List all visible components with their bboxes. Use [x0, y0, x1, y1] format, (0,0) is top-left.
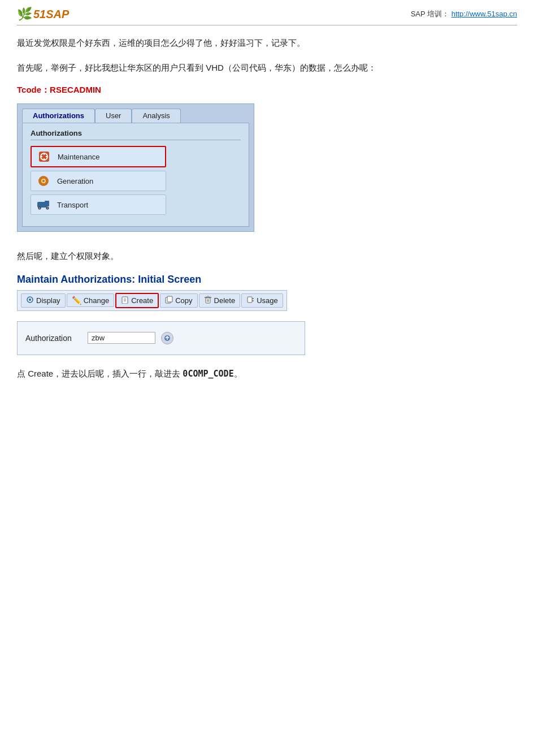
- svg-rect-10: [45, 201, 49, 206]
- maintenance-icon: [37, 150, 51, 163]
- example-paragraph: 首先呢，举例子，好比我想让华东区的用户只看到 VHD（公司代码，华东）的数据，怎…: [17, 61, 517, 75]
- code-text: 0COMP_CODE: [183, 369, 233, 379]
- generation-icon: [37, 174, 50, 188]
- svg-point-16: [29, 299, 31, 301]
- svg-rect-24: [207, 296, 209, 297]
- create-button[interactable]: Create: [115, 293, 159, 308]
- sap-link[interactable]: http://www.51sap.cn: [451, 10, 517, 18]
- auth-input-row: Authorization: [25, 332, 297, 344]
- delete-button[interactable]: Delete: [199, 293, 241, 308]
- auth-search-button[interactable]: [161, 332, 173, 344]
- usage-label: Usage: [257, 296, 278, 305]
- svg-rect-17: [122, 297, 128, 304]
- auth-input-box: Authorization: [17, 321, 305, 355]
- tcode-value: RSECADMIN: [50, 85, 101, 94]
- menu-generation-label: Generation: [57, 177, 93, 185]
- copy-button[interactable]: Copy: [160, 293, 197, 308]
- menu-item-maintenance[interactable]: Maintenance: [31, 146, 166, 167]
- intro-paragraph: 最近发觉权限是个好东西，运维的项目怎么少得了他，好好温习下，记录下。: [17, 36, 517, 50]
- usage-button[interactable]: Usage: [241, 293, 283, 308]
- footer-text: 点 Create，进去以后呢，插入一行，敲进去: [17, 369, 183, 378]
- display-icon: [26, 296, 34, 305]
- svg-rect-27: [248, 297, 252, 303]
- delete-label: Delete: [214, 296, 236, 305]
- svg-point-8: [42, 180, 45, 182]
- svg-point-12: [39, 208, 40, 209]
- create-label: Create: [131, 296, 153, 305]
- transport-icon: [37, 198, 50, 211]
- create-icon: [121, 296, 129, 305]
- change-button[interactable]: ✏️ Change: [67, 293, 115, 307]
- tcode-prefix: Tcode：: [17, 85, 50, 94]
- menu-maintenance-label: Maintenance: [58, 153, 99, 161]
- copy-icon: [165, 296, 173, 305]
- sap-panel: Authorizations User Analysis Authorizati…: [17, 103, 254, 232]
- display-label: Display: [36, 296, 60, 305]
- change-label: Change: [84, 296, 110, 305]
- delete-icon: [204, 296, 212, 305]
- page-wrapper: 🌿 51SAP SAP 培训： http://www.51sap.cn 最近发觉…: [0, 0, 534, 398]
- content-area: 最近发觉权限是个好东西，运维的项目怎么少得了他，好好温习下，记录下。 首先呢，举…: [0, 25, 534, 398]
- tab-user[interactable]: User: [95, 109, 132, 123]
- sap-tabs: Authorizations User Analysis: [22, 109, 249, 123]
- logo-area: 🌿 51SAP: [17, 7, 69, 21]
- header-link-area: SAP 培训： http://www.51sap.cn: [411, 9, 517, 19]
- sap-panel-inner: Authorizations Maintenance: [22, 123, 249, 227]
- usage-icon: [246, 296, 254, 305]
- svg-rect-22: [206, 298, 210, 303]
- footer-paragraph: 点 Create，进去以后呢，插入一行，敲进去 0COMP_CODE。: [17, 366, 517, 382]
- header: 🌿 51SAP SAP 培训： http://www.51sap.cn: [0, 0, 534, 25]
- menu-item-generation[interactable]: Generation: [31, 171, 166, 191]
- tab-analysis[interactable]: Analysis: [132, 109, 180, 123]
- svg-rect-21: [167, 296, 172, 302]
- menu-transport-label: Transport: [57, 201, 88, 209]
- then-paragraph: 然后呢，建立个权限对象。: [17, 249, 517, 263]
- change-icon: ✏️: [72, 296, 81, 305]
- display-button[interactable]: Display: [21, 293, 66, 308]
- section-title: Maintain Authorizations: Initial Screen: [17, 274, 517, 286]
- auth-input[interactable]: [88, 332, 155, 344]
- toolbar: Display ✏️ Change Create: [17, 290, 287, 311]
- svg-point-14: [47, 208, 48, 209]
- logo-leaf-icon: 🌿: [17, 7, 32, 21]
- sap-label: SAP 培训：: [411, 10, 449, 18]
- logo-text: 51SAP: [33, 8, 69, 21]
- tcode-label: Tcode：RSECADMIN: [17, 85, 517, 96]
- copy-label: Copy: [175, 296, 192, 305]
- menu-item-transport[interactable]: Transport: [31, 195, 166, 215]
- auth-label: Authorization: [25, 334, 82, 343]
- footer-end: 。: [234, 369, 242, 378]
- tab-authorizations[interactable]: Authorizations: [22, 109, 95, 123]
- sap-inner-title: Authorizations: [31, 129, 241, 140]
